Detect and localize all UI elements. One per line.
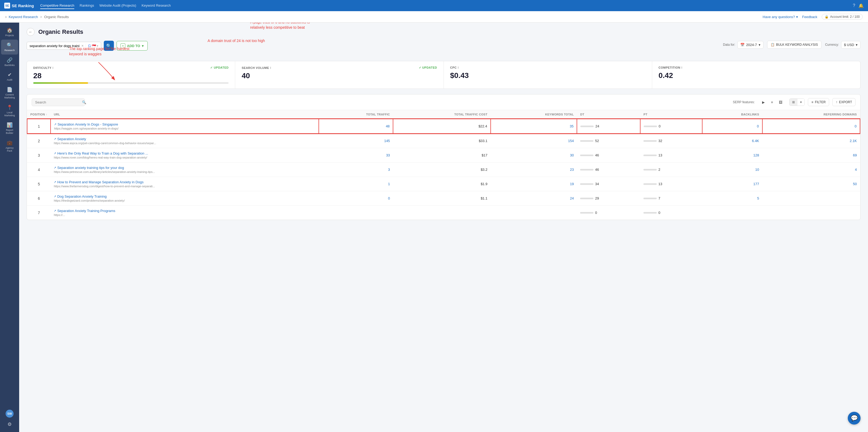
back-button[interactable]: ←	[27, 28, 35, 36]
sidebar-item-report-builder[interactable]: 📊 Report Builder	[1, 119, 18, 137]
table-search-input[interactable]	[35, 100, 80, 104]
metric-competition: COMPETITION i 0.42	[652, 61, 860, 89]
page-title: Organic Results	[38, 28, 83, 35]
nav-competitive-research[interactable]: Competitive Research	[40, 2, 74, 9]
cell-referring-domains	[762, 191, 860, 206]
country-flag-selector[interactable]: G 🇸🇬 ▾	[86, 43, 98, 48]
cell-pt: 13	[640, 177, 702, 191]
serp-icons: ▶ ≡ 🖼	[760, 99, 784, 105]
dt-value: 34	[595, 182, 599, 186]
cell-traffic-cost: $17	[393, 148, 490, 162]
view-caret-button[interactable]: ▾	[798, 99, 804, 105]
avatar[interactable]: SW	[6, 410, 13, 418]
keyword-input[interactable]	[30, 44, 79, 48]
cell-backlinks: 0	[702, 119, 762, 133]
chevron-down-icon: ▾	[758, 43, 761, 47]
cell-url: ↗ Dog Separation Anxiety Traininghttps:/…	[51, 191, 318, 206]
dt-value: 29	[595, 196, 599, 200]
content-area: ← Organic Results × G 🇸🇬 ▾ 🔍	[19, 23, 868, 432]
cell-referring-domains: 50	[762, 177, 860, 191]
pt-value: 2	[658, 167, 660, 172]
url-link[interactable]: ↗ Separation anxiety training tips for y…	[54, 166, 315, 170]
bell-icon[interactable]: 🔔	[859, 3, 864, 8]
export-button[interactable]: ↑ EXPORT	[832, 98, 856, 106]
cell-traffic-cost: $33.1	[393, 133, 490, 148]
cell-traffic-cost	[393, 206, 490, 220]
url-link[interactable]: ↗ Dog Separation Anxiety Training	[54, 194, 315, 198]
difficulty-label: DIFFICULTY i ✓ Updated	[33, 66, 228, 69]
feedback-button[interactable]: Feedback	[802, 15, 817, 19]
competition-info[interactable]: i	[681, 66, 683, 69]
have-questions-link[interactable]: Have any questions? ▾	[763, 15, 798, 19]
serp-video-icon[interactable]: ▶	[760, 99, 767, 105]
sidebar-item-projects[interactable]: 🏠 Projects	[1, 25, 18, 40]
pt-bar-cell: 32	[643, 139, 699, 143]
dt-value: 46	[595, 153, 599, 157]
sidebar-toggle[interactable]: ›	[5, 14, 7, 19]
filter-icon: ≡	[811, 100, 813, 104]
difficulty-value: 28	[33, 71, 228, 80]
cpc-info[interactable]: i	[458, 66, 459, 69]
url-link[interactable]: ↗ Separation Anxiety	[54, 137, 315, 141]
chat-button[interactable]: 💬	[848, 412, 861, 425]
url-link[interactable]: ↗ Separation Anxiety In Dogs - Singapore	[54, 122, 315, 126]
date-selector[interactable]: 📅 2024-7 ▾	[737, 41, 763, 49]
clear-icon[interactable]: ×	[82, 43, 84, 48]
table-row: 3↗ Here's the Only Real Way to Train a D…	[27, 148, 860, 162]
search-volume-info[interactable]: i	[270, 66, 271, 69]
top-nav-right: ? 🔔	[853, 3, 864, 8]
external-link-icon: ↗	[54, 166, 56, 169]
breadcrumb-parent[interactable]: Keyword Research	[9, 15, 38, 19]
difficulty-info[interactable]: i	[53, 66, 54, 69]
url-link[interactable]: ↗ Here's the Only Real Way to Train a Do…	[54, 151, 315, 155]
serp-list-icon[interactable]: ≡	[769, 99, 775, 105]
table-search-icon[interactable]: 🔍	[82, 100, 86, 104]
nav-keyword-research[interactable]: Keyword Research	[142, 2, 171, 9]
sidebar-item-research[interactable]: 🔍 Research	[1, 40, 18, 55]
nav-rankings[interactable]: Rankings	[80, 2, 94, 9]
filter-button[interactable]: ≡ FILTER	[808, 98, 829, 106]
table-section: 🔍 SERP features: ▶ ≡ 🖼 ⊞ ▾ ≡ FILTER ↑	[27, 94, 861, 220]
pt-value: 0	[658, 211, 660, 215]
col-position[interactable]: POSITION	[27, 110, 51, 119]
backlinks-icon: 🔗	[7, 57, 12, 63]
url-link[interactable]: ↗ How to Prevent and Manage Separation A…	[54, 180, 315, 184]
research-icon: 🔍	[7, 42, 12, 48]
currency-selector[interactable]: $ USD ▾	[841, 41, 861, 49]
top-nav-links: Competitive Research Rankings Website Au…	[40, 2, 170, 9]
bulk-keyword-analysis-button[interactable]: 📋 BULK KEYWORD ANALYSIS	[767, 41, 822, 49]
currency-label: Currency:	[825, 43, 839, 47]
sidebar-settings[interactable]: ⚙	[1, 419, 18, 430]
view-grid-button[interactable]: ⊞	[789, 99, 798, 105]
cell-traffic-cost: $22.4	[393, 119, 490, 133]
sidebar-item-backlinks[interactable]: 🔗 Backlinks	[1, 55, 18, 69]
cell-pt: 0	[640, 119, 702, 133]
serp-image-icon[interactable]: 🖼	[777, 99, 784, 105]
url-sub: https://www.petrescue.com.au/library/art…	[54, 170, 315, 174]
cell-keywords-total: 154	[491, 133, 577, 148]
cpc-label: CPC i	[450, 66, 646, 69]
sidebar-item-content-marketing[interactable]: 📄 Content Marketing	[1, 84, 18, 102]
cell-dt: 52	[577, 133, 640, 148]
dt-bar-cell: 46	[580, 153, 637, 157]
sidebar-item-agency-pack[interactable]: 💼 Agency Pack	[1, 137, 18, 155]
pt-bar-cell: 7	[643, 196, 699, 200]
help-icon[interactable]: ?	[853, 3, 855, 8]
table-row: 6↗ Dog Separation Anxiety Traininghttps:…	[27, 191, 860, 206]
url-link[interactable]: ↗ Separation Anxiety Training Programs	[54, 209, 315, 213]
sidebar-item-local-marketing[interactable]: 📍 Local Marketing	[1, 102, 18, 120]
sidebar-item-audit[interactable]: ✔ Audit	[1, 69, 18, 84]
content-icon: 📄	[7, 87, 12, 93]
dt-value: 0	[595, 211, 597, 215]
search-volume-label: SEARCH VOLUME i ✓ Updated	[242, 66, 437, 69]
add-to-button[interactable]: + ADD TO ▾	[117, 41, 148, 51]
dt-bar-cell: 24	[580, 124, 637, 128]
cell-traffic: 145	[319, 133, 393, 148]
pt-bar-cell: 0	[643, 211, 699, 215]
data-for-section: Data for: 📅 2024-7 ▾	[723, 41, 764, 49]
cell-traffic-cost: $1.9	[393, 177, 490, 191]
nav-website-audit[interactable]: Website Audit (Projects)	[99, 2, 136, 9]
dt-bar-cell: 34	[580, 182, 637, 186]
search-button[interactable]: 🔍	[104, 41, 114, 51]
cell-keywords-total: 30	[491, 148, 577, 162]
